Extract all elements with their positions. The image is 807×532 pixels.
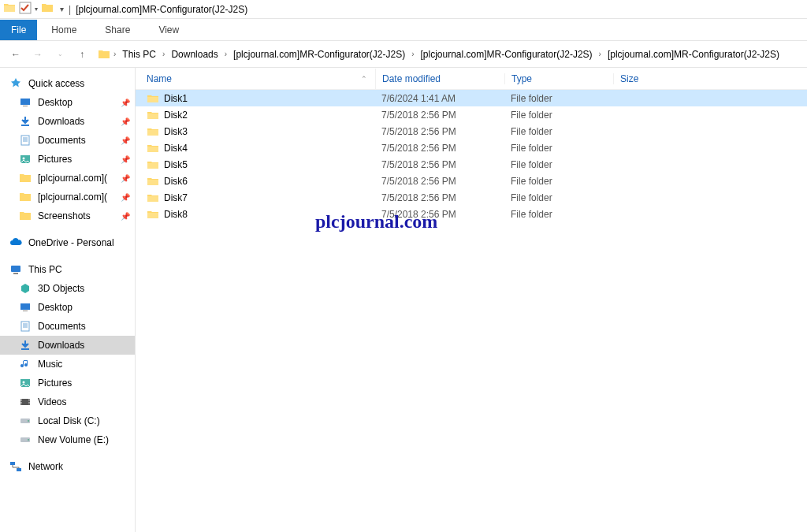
folder-icon xyxy=(147,109,159,121)
table-row[interactable]: Disk47/5/2018 2:56 PMFile folder xyxy=(136,140,807,156)
sidebar-item-label: Documents xyxy=(38,135,86,146)
sidebar-item-downloads[interactable]: Downloads📌 xyxy=(0,112,135,131)
file-name: Disk2 xyxy=(164,110,188,121)
cell-type: File folder xyxy=(504,209,613,220)
pic-icon xyxy=(19,153,32,166)
tab-home[interactable]: Home xyxy=(37,20,91,40)
sidebar-item-documents[interactable]: Documents📌 xyxy=(0,131,135,150)
crumb-this-pc[interactable]: This PC xyxy=(119,47,159,61)
ribbon-tabs: File Home Share View xyxy=(0,19,807,41)
table-row[interactable]: Disk77/5/2018 2:56 PMFile folder xyxy=(136,189,807,206)
file-tab[interactable]: File xyxy=(0,20,37,40)
breadcrumb[interactable]: › This PC › Downloads › [plcjournal.com]… xyxy=(98,47,783,61)
onedrive-header[interactable]: OneDrive - Personal xyxy=(0,233,135,252)
sort-indicator-icon: ⌃ xyxy=(361,75,367,83)
window-title: [plcjournal.com]MR-Configurator(J2-J2S) xyxy=(76,4,247,15)
column-type[interactable]: Type xyxy=(504,73,613,84)
sidebar-item-label: Documents xyxy=(38,321,86,332)
sidebar-item-screenshots[interactable]: Screenshots📌 xyxy=(0,206,135,225)
sidebar-item-3d-objects[interactable]: 3D Objects xyxy=(0,279,135,298)
pin-icon: 📌 xyxy=(121,193,130,202)
cell-date: 7/5/2018 2:56 PM xyxy=(375,159,504,170)
cell-type: File folder xyxy=(504,192,613,203)
svg-rect-15 xyxy=(20,399,30,405)
folder-small-icon xyxy=(41,2,54,17)
cell-type: File folder xyxy=(504,159,613,170)
qat-dropdown-icon[interactable]: ▾ xyxy=(60,5,64,13)
crumb-folder-1[interactable]: [plcjournal.com]MR-Configurator(J2-J2S) xyxy=(230,47,408,61)
quick-access-header[interactable]: Quick access xyxy=(0,74,135,93)
table-row[interactable]: Disk67/5/2018 2:56 PMFile folder xyxy=(136,173,807,189)
sidebar-item-downloads[interactable]: Downloads xyxy=(0,336,135,355)
sidebar-item-desktop[interactable]: Desktop📌 xyxy=(0,93,135,112)
recent-dropdown-icon[interactable]: ⌄ xyxy=(50,45,69,64)
sidebar-item--plcjournal-com-[interactable]: [plcjournal.com](📌 xyxy=(0,169,135,188)
disk-icon xyxy=(19,433,32,446)
network-header[interactable]: Network xyxy=(0,457,135,476)
chevron-right-icon[interactable]: › xyxy=(410,50,415,58)
sidebar-item-label: Downloads xyxy=(38,116,84,127)
desktop-icon xyxy=(19,96,32,109)
chevron-right-icon[interactable]: › xyxy=(223,50,229,58)
pin-icon: 📌 xyxy=(121,212,130,221)
folder-icon xyxy=(19,191,32,203)
file-name: Disk1 xyxy=(164,93,188,104)
crumb-folder-3[interactable]: [plcjournal.com]MR-Configurator(J2-J2S) xyxy=(604,47,783,61)
sidebar-item-videos[interactable]: Videos xyxy=(0,392,135,411)
svg-rect-21 xyxy=(17,468,21,471)
cell-name: Disk6 xyxy=(147,175,375,188)
folder-icon xyxy=(147,125,159,138)
table-row[interactable]: Disk37/5/2018 2:56 PMFile folder xyxy=(136,123,807,140)
sidebar-item-pictures[interactable]: Pictures xyxy=(0,374,135,392)
quick-access-toolbar: ▾ ▾ xyxy=(3,2,64,17)
column-name[interactable]: Name⌃ xyxy=(147,73,375,84)
cell-name: Disk3 xyxy=(147,125,375,138)
cell-type: File folder xyxy=(504,126,613,137)
svg-point-6 xyxy=(23,158,25,160)
disk-icon xyxy=(19,415,32,427)
table-row[interactable]: Disk27/5/2018 2:56 PMFile folder xyxy=(136,106,807,123)
chevron-right-icon[interactable]: › xyxy=(161,50,166,58)
pin-icon: 📌 xyxy=(121,155,130,164)
svg-rect-3 xyxy=(21,125,29,126)
sidebar-item-new-volume-e-[interactable]: New Volume (E:) xyxy=(0,430,135,449)
music-icon xyxy=(19,358,32,370)
back-button[interactable]: ← xyxy=(6,45,25,64)
chevron-right-icon[interactable]: › xyxy=(112,50,117,58)
checkbox-icon[interactable] xyxy=(19,2,32,17)
sidebar-item-label: [plcjournal.com]( xyxy=(38,173,107,184)
titlebar-separator: | xyxy=(69,4,71,15)
crumb-downloads[interactable]: Downloads xyxy=(168,47,221,61)
folder-icon xyxy=(147,92,159,105)
star-icon xyxy=(9,77,22,90)
column-date[interactable]: Date modified xyxy=(375,69,504,89)
doc-icon xyxy=(19,134,32,147)
cell-date: 7/6/2024 1:41 AM xyxy=(375,93,504,104)
this-pc-header[interactable]: This PC xyxy=(0,260,135,279)
cell-type: File folder xyxy=(504,110,613,121)
up-button[interactable]: ↑ xyxy=(73,45,91,64)
forward-button[interactable]: → xyxy=(28,45,47,64)
folder-icon xyxy=(147,208,159,221)
svg-point-19 xyxy=(28,439,29,441)
pc-icon xyxy=(9,263,22,276)
crumb-folder-2[interactable]: [plcjournal.com]MR-Configurator(J2-J2S) xyxy=(418,47,596,61)
dropdown-icon[interactable]: ▾ xyxy=(35,6,38,13)
sidebar-item-documents[interactable]: Documents xyxy=(0,317,135,336)
file-name: Disk5 xyxy=(164,159,188,170)
tab-share[interactable]: Share xyxy=(91,20,144,40)
sidebar-item-music[interactable]: Music xyxy=(0,355,135,374)
sidebar-item-label: Downloads xyxy=(38,340,84,351)
sidebar-item-pictures[interactable]: Pictures📌 xyxy=(0,150,135,169)
sidebar-item--plcjournal-com-[interactable]: [plcjournal.com](📌 xyxy=(0,188,135,206)
sidebar-item-desktop[interactable]: Desktop xyxy=(0,298,135,317)
svg-rect-10 xyxy=(23,311,28,311)
tab-view[interactable]: View xyxy=(144,20,193,40)
table-row[interactable]: Disk57/5/2018 2:56 PMFile folder xyxy=(136,156,807,173)
table-row[interactable]: Disk87/5/2018 2:56 PMFile folder xyxy=(136,206,807,222)
chevron-right-icon[interactable]: › xyxy=(597,50,603,58)
sidebar-item-label: Videos xyxy=(38,396,66,407)
sidebar-item-local-disk-c-[interactable]: Local Disk (C:) xyxy=(0,411,135,430)
table-row[interactable]: Disk17/6/2024 1:41 AMFile folder xyxy=(136,90,807,106)
column-size[interactable]: Size xyxy=(613,73,676,84)
